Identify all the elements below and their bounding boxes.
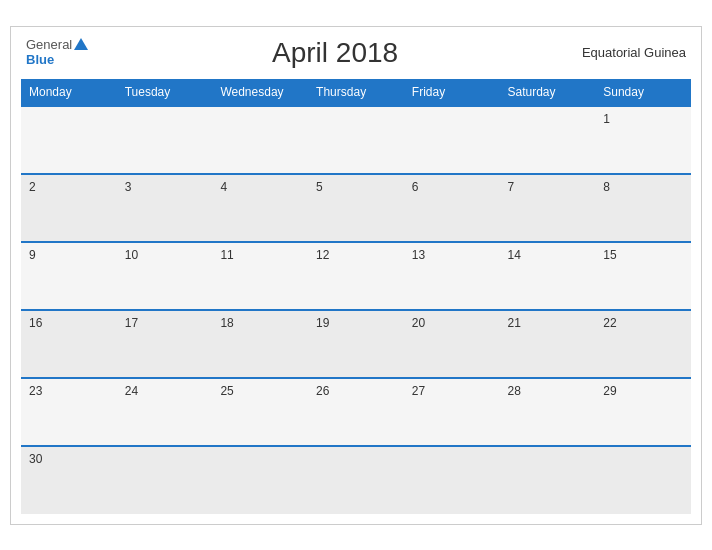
- calendar-day-cell: 1: [595, 106, 691, 174]
- header-monday: Monday: [21, 79, 117, 106]
- calendar-day-cell: [117, 446, 213, 514]
- calendar-day-cell: 9: [21, 242, 117, 310]
- day-number: 26: [316, 384, 329, 398]
- calendar-grid: Monday Tuesday Wednesday Thursday Friday…: [21, 79, 691, 514]
- day-number: 25: [220, 384, 233, 398]
- calendar-container: General Blue April 2018 Equatorial Guine…: [10, 26, 702, 525]
- calendar-day-cell: [212, 106, 308, 174]
- country-name: Equatorial Guinea: [582, 45, 686, 60]
- day-number: 4: [220, 180, 227, 194]
- calendar-day-cell: 26: [308, 378, 404, 446]
- day-number: 24: [125, 384, 138, 398]
- calendar-day-cell: [500, 106, 596, 174]
- calendar-day-cell: 5: [308, 174, 404, 242]
- calendar-day-cell: 23: [21, 378, 117, 446]
- calendar-day-cell: 8: [595, 174, 691, 242]
- day-number: 18: [220, 316, 233, 330]
- calendar-day-cell: 14: [500, 242, 596, 310]
- calendar-week-row: 2345678: [21, 174, 691, 242]
- header-tuesday: Tuesday: [117, 79, 213, 106]
- calendar-day-cell: [117, 106, 213, 174]
- calendar-day-cell: 28: [500, 378, 596, 446]
- day-number: 15: [603, 248, 616, 262]
- header-saturday: Saturday: [500, 79, 596, 106]
- logo-triangle-icon: [74, 38, 88, 50]
- month-title: April 2018: [272, 37, 398, 69]
- calendar-week-row: 23242526272829: [21, 378, 691, 446]
- header-wednesday: Wednesday: [212, 79, 308, 106]
- day-number: 19: [316, 316, 329, 330]
- calendar-day-cell: 22: [595, 310, 691, 378]
- calendar-day-cell: 3: [117, 174, 213, 242]
- day-number: 8: [603, 180, 610, 194]
- calendar-day-cell: [500, 446, 596, 514]
- day-number: 28: [508, 384, 521, 398]
- calendar-day-cell: 16: [21, 310, 117, 378]
- day-number: 9: [29, 248, 36, 262]
- calendar-day-cell: 13: [404, 242, 500, 310]
- calendar-day-cell: 6: [404, 174, 500, 242]
- day-number: 30: [29, 452, 42, 466]
- calendar-day-cell: 25: [212, 378, 308, 446]
- calendar-day-cell: 12: [308, 242, 404, 310]
- day-number: 17: [125, 316, 138, 330]
- day-number: 22: [603, 316, 616, 330]
- calendar-day-cell: 21: [500, 310, 596, 378]
- calendar-day-cell: [212, 446, 308, 514]
- calendar-day-cell: 7: [500, 174, 596, 242]
- day-number: 23: [29, 384, 42, 398]
- calendar-day-cell: 24: [117, 378, 213, 446]
- calendar-day-cell: 19: [308, 310, 404, 378]
- calendar-day-cell: 2: [21, 174, 117, 242]
- day-number: 14: [508, 248, 521, 262]
- calendar-week-row: 9101112131415: [21, 242, 691, 310]
- day-number: 1: [603, 112, 610, 126]
- logo: General Blue: [26, 38, 88, 67]
- day-number: 16: [29, 316, 42, 330]
- calendar-day-cell: [595, 446, 691, 514]
- calendar-day-cell: 30: [21, 446, 117, 514]
- day-number: 2: [29, 180, 36, 194]
- day-number: 12: [316, 248, 329, 262]
- day-number: 5: [316, 180, 323, 194]
- weekday-header-row: Monday Tuesday Wednesday Thursday Friday…: [21, 79, 691, 106]
- header-sunday: Sunday: [595, 79, 691, 106]
- day-number: 27: [412, 384, 425, 398]
- calendar-week-row: 16171819202122: [21, 310, 691, 378]
- calendar-day-cell: 11: [212, 242, 308, 310]
- calendar-day-cell: 29: [595, 378, 691, 446]
- day-number: 13: [412, 248, 425, 262]
- header-thursday: Thursday: [308, 79, 404, 106]
- calendar-day-cell: [404, 106, 500, 174]
- logo-blue-text: Blue: [26, 52, 54, 67]
- logo-general-text: General: [26, 38, 72, 51]
- day-number: 3: [125, 180, 132, 194]
- day-number: 21: [508, 316, 521, 330]
- day-number: 11: [220, 248, 233, 262]
- calendar-day-cell: 20: [404, 310, 500, 378]
- calendar-day-cell: 10: [117, 242, 213, 310]
- header-friday: Friday: [404, 79, 500, 106]
- day-number: 20: [412, 316, 425, 330]
- calendar-day-cell: 4: [212, 174, 308, 242]
- day-number: 29: [603, 384, 616, 398]
- calendar-day-cell: [308, 446, 404, 514]
- calendar-header: General Blue April 2018 Equatorial Guine…: [21, 37, 691, 69]
- calendar-week-row: 1: [21, 106, 691, 174]
- day-number: 7: [508, 180, 515, 194]
- calendar-day-cell: 18: [212, 310, 308, 378]
- calendar-day-cell: 27: [404, 378, 500, 446]
- calendar-day-cell: [308, 106, 404, 174]
- calendar-day-cell: [404, 446, 500, 514]
- calendar-day-cell: 17: [117, 310, 213, 378]
- day-number: 10: [125, 248, 138, 262]
- calendar-week-row: 30: [21, 446, 691, 514]
- calendar-day-cell: [21, 106, 117, 174]
- calendar-day-cell: 15: [595, 242, 691, 310]
- day-number: 6: [412, 180, 419, 194]
